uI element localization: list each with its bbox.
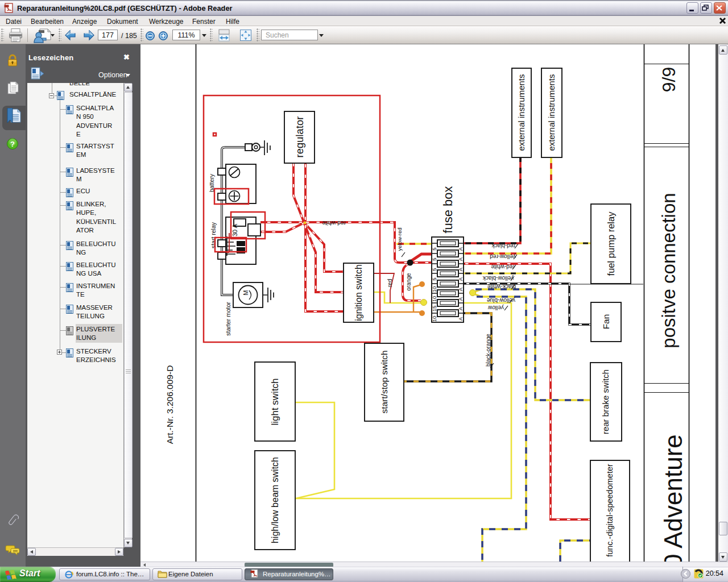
- svg-text:high/low beam switch: high/low beam switch: [270, 457, 280, 543]
- svg-text:light switch: light switch: [270, 378, 280, 425]
- svg-text:950 Adventure: 950 Adventure: [659, 434, 687, 562]
- svg-text:external instruments: external instruments: [547, 74, 556, 151]
- svg-text:A: A: [457, 317, 464, 321]
- svg-text:func.-digital-speedometer: func.-digital-speedometer: [605, 464, 614, 557]
- svg-text:yellow-blue: yellow-blue: [487, 297, 515, 304]
- svg-text:10: 10: [431, 286, 437, 293]
- svg-text:M: M: [242, 290, 249, 296]
- svg-text:Art.-Nr. 3.206.009-D: Art.-Nr. 3.206.009-D: [165, 365, 175, 444]
- svg-text:yellow: yellow: [487, 305, 504, 311]
- svg-text:red-white: red-white: [322, 220, 346, 226]
- svg-text:9/9: 9/9: [659, 67, 679, 92]
- svg-text:orange: orange: [406, 273, 412, 291]
- svg-text:Fan: Fan: [601, 314, 611, 330]
- svg-text:10: 10: [431, 296, 437, 302]
- svg-text:10: 10: [431, 316, 437, 322]
- svg-text:15: 15: [431, 306, 437, 312]
- svg-text:positve connection: positve connection: [658, 193, 679, 348]
- svg-text:red: red: [387, 279, 393, 287]
- svg-text:yelow-red: yelow-red: [396, 227, 403, 251]
- svg-text:ignition switch: ignition switch: [354, 264, 363, 321]
- svg-text:5: 5: [431, 257, 437, 260]
- svg-text:start/stop switch: start/stop switch: [379, 350, 389, 413]
- svg-text:red-white: red-white: [491, 264, 515, 270]
- svg-text:fuel pump relay: fuel pump relay: [606, 211, 616, 276]
- svg-text:?: ?: [10, 140, 15, 148]
- svg-text:red-black: red-black: [491, 243, 515, 249]
- svg-text:5: 5: [431, 277, 437, 280]
- svg-text:starter motor: starter motor: [225, 302, 231, 336]
- svg-text:5: 5: [431, 247, 437, 250]
- svg-text:external instruments: external instruments: [516, 74, 526, 151]
- svg-text:regulator: regulator: [293, 116, 305, 157]
- svg-text:black-orange: black-orange: [485, 334, 491, 367]
- svg-text:yellow-black: yellow-black: [482, 275, 514, 281]
- svg-text:rear brake switch: rear brake switch: [601, 369, 610, 434]
- svg-text:fuse box: fuse box: [441, 186, 455, 233]
- svg-text:5: 5: [431, 268, 437, 271]
- svg-text:yellow-red: yellow-red: [490, 253, 516, 260]
- svg-text:30 A: 30 A: [231, 223, 238, 236]
